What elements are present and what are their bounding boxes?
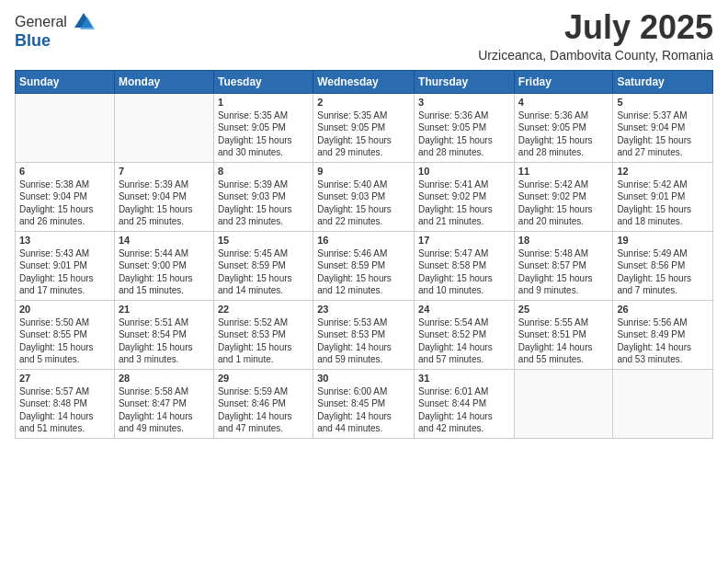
day-number: 9 [317, 166, 410, 177]
calendar-cell: 31Sunrise: 6:01 AM Sunset: 8:44 PM Dayli… [415, 369, 515, 438]
calendar-cell: 8Sunrise: 5:39 AM Sunset: 9:03 PM Daylig… [213, 162, 313, 231]
day-info: Sunrise: 5:40 AM Sunset: 9:03 PM Dayligh… [317, 178, 410, 228]
calendar-cell: 4Sunrise: 5:36 AM Sunset: 9:05 PM Daylig… [514, 93, 613, 162]
calendar-cell: 3Sunrise: 5:36 AM Sunset: 9:05 PM Daylig… [415, 93, 515, 162]
day-number: 6 [19, 166, 110, 177]
day-info: Sunrise: 5:37 AM Sunset: 9:04 PM Dayligh… [617, 109, 709, 159]
calendar-cell: 1Sunrise: 5:35 AM Sunset: 9:05 PM Daylig… [213, 93, 313, 162]
calendar-cell: 27Sunrise: 5:57 AM Sunset: 8:48 PM Dayli… [16, 369, 115, 438]
day-info: Sunrise: 5:49 AM Sunset: 8:56 PM Dayligh… [617, 247, 709, 297]
calendar-cell [514, 369, 613, 438]
day-number: 23 [317, 304, 410, 315]
weekday-header: Saturday [613, 70, 713, 93]
calendar-cell [613, 369, 713, 438]
day-info: Sunrise: 5:43 AM Sunset: 9:01 PM Dayligh… [19, 247, 110, 297]
day-number: 19 [617, 235, 709, 246]
calendar-cell: 22Sunrise: 5:52 AM Sunset: 8:53 PM Dayli… [213, 300, 313, 369]
weekday-header: Thursday [415, 70, 515, 93]
day-number: 21 [119, 304, 210, 315]
calendar-cell: 17Sunrise: 5:47 AM Sunset: 8:58 PM Dayli… [415, 231, 515, 300]
calendar-week-row: 13Sunrise: 5:43 AM Sunset: 9:01 PM Dayli… [16, 231, 713, 300]
day-number: 30 [317, 373, 410, 384]
day-info: Sunrise: 5:35 AM Sunset: 9:05 PM Dayligh… [218, 109, 309, 159]
day-number: 28 [119, 373, 210, 384]
calendar-cell: 11Sunrise: 5:42 AM Sunset: 9:02 PM Dayli… [514, 162, 613, 231]
day-number: 31 [418, 373, 510, 384]
calendar-cell: 2Sunrise: 5:35 AM Sunset: 9:05 PM Daylig… [313, 93, 415, 162]
logo-general-text: General [15, 14, 67, 30]
day-number: 14 [119, 235, 210, 246]
calendar-cell: 29Sunrise: 5:59 AM Sunset: 8:46 PM Dayli… [213, 369, 313, 438]
calendar-week-row: 20Sunrise: 5:50 AM Sunset: 8:55 PM Dayli… [16, 300, 713, 369]
day-number: 5 [617, 97, 709, 108]
day-number: 29 [218, 373, 309, 384]
day-info: Sunrise: 5:51 AM Sunset: 8:54 PM Dayligh… [119, 316, 210, 366]
day-info: Sunrise: 6:00 AM Sunset: 8:45 PM Dayligh… [317, 385, 410, 435]
calendar-cell: 30Sunrise: 6:00 AM Sunset: 8:45 PM Dayli… [313, 369, 415, 438]
day-number: 8 [218, 166, 309, 177]
day-number: 1 [218, 97, 309, 108]
calendar-cell: 26Sunrise: 5:56 AM Sunset: 8:49 PM Dayli… [613, 300, 713, 369]
day-number: 4 [518, 97, 609, 108]
calendar-cell: 24Sunrise: 5:54 AM Sunset: 8:52 PM Dayli… [415, 300, 515, 369]
day-number: 16 [317, 235, 410, 246]
day-number: 17 [418, 235, 510, 246]
calendar-cell: 13Sunrise: 5:43 AM Sunset: 9:01 PM Dayli… [16, 231, 115, 300]
day-info: Sunrise: 5:48 AM Sunset: 8:57 PM Dayligh… [518, 247, 609, 297]
weekday-header: Friday [514, 70, 613, 93]
day-info: Sunrise: 5:53 AM Sunset: 8:53 PM Dayligh… [317, 316, 410, 366]
day-info: Sunrise: 5:36 AM Sunset: 9:05 PM Dayligh… [518, 109, 609, 159]
day-number: 3 [418, 97, 510, 108]
calendar-cell: 23Sunrise: 5:53 AM Sunset: 8:53 PM Dayli… [313, 300, 415, 369]
calendar-cell: 20Sunrise: 5:50 AM Sunset: 8:55 PM Dayli… [16, 300, 115, 369]
location-title: Urziceanca, Dambovita County, Romania [478, 48, 713, 63]
calendar-cell: 15Sunrise: 5:45 AM Sunset: 8:59 PM Dayli… [213, 231, 313, 300]
calendar-week-row: 6Sunrise: 5:38 AM Sunset: 9:04 PM Daylig… [16, 162, 713, 231]
calendar-cell [16, 93, 115, 162]
calendar-cell: 19Sunrise: 5:49 AM Sunset: 8:56 PM Dayli… [613, 231, 713, 300]
day-info: Sunrise: 5:52 AM Sunset: 8:53 PM Dayligh… [218, 316, 309, 366]
weekday-header: Sunday [16, 70, 115, 93]
calendar-cell: 5Sunrise: 5:37 AM Sunset: 9:04 PM Daylig… [613, 93, 713, 162]
day-info: Sunrise: 5:56 AM Sunset: 8:49 PM Dayligh… [617, 316, 709, 366]
day-info: Sunrise: 6:01 AM Sunset: 8:44 PM Dayligh… [418, 385, 510, 435]
day-info: Sunrise: 5:41 AM Sunset: 9:02 PM Dayligh… [418, 178, 510, 228]
day-info: Sunrise: 5:39 AM Sunset: 9:03 PM Dayligh… [218, 178, 309, 228]
weekday-header: Tuesday [213, 70, 313, 93]
calendar-cell: 12Sunrise: 5:42 AM Sunset: 9:01 PM Dayli… [613, 162, 713, 231]
calendar-week-row: 27Sunrise: 5:57 AM Sunset: 8:48 PM Dayli… [16, 369, 713, 438]
day-number: 7 [119, 166, 210, 177]
logo-icon [71, 9, 97, 35]
day-info: Sunrise: 5:38 AM Sunset: 9:04 PM Dayligh… [19, 178, 110, 228]
day-number: 2 [317, 97, 410, 108]
day-number: 12 [617, 166, 709, 177]
day-info: Sunrise: 5:59 AM Sunset: 8:46 PM Dayligh… [218, 385, 309, 435]
day-info: Sunrise: 5:55 AM Sunset: 8:51 PM Dayligh… [518, 316, 609, 366]
day-number: 13 [19, 235, 110, 246]
title-block: July 2025 Urziceanca, Dambovita County, … [478, 9, 713, 63]
day-info: Sunrise: 5:45 AM Sunset: 8:59 PM Dayligh… [218, 247, 309, 297]
day-number: 11 [518, 166, 609, 177]
page: General Blue July 2025 Urziceanca, Dambo… [0, 0, 728, 563]
day-info: Sunrise: 5:42 AM Sunset: 9:01 PM Dayligh… [617, 178, 709, 228]
calendar-cell: 21Sunrise: 5:51 AM Sunset: 8:54 PM Dayli… [114, 300, 213, 369]
day-info: Sunrise: 5:35 AM Sunset: 9:05 PM Dayligh… [317, 109, 410, 159]
day-info: Sunrise: 5:54 AM Sunset: 8:52 PM Dayligh… [418, 316, 510, 366]
logo: General Blue [15, 9, 97, 51]
calendar-cell: 10Sunrise: 5:41 AM Sunset: 9:02 PM Dayli… [415, 162, 515, 231]
calendar-cell: 25Sunrise: 5:55 AM Sunset: 8:51 PM Dayli… [514, 300, 613, 369]
day-info: Sunrise: 5:42 AM Sunset: 9:02 PM Dayligh… [518, 178, 609, 228]
day-number: 18 [518, 235, 609, 246]
header: General Blue July 2025 Urziceanca, Dambo… [15, 9, 713, 63]
day-number: 10 [418, 166, 510, 177]
calendar-week-row: 1Sunrise: 5:35 AM Sunset: 9:05 PM Daylig… [16, 93, 713, 162]
weekday-header: Wednesday [313, 70, 415, 93]
calendar-cell: 6Sunrise: 5:38 AM Sunset: 9:04 PM Daylig… [16, 162, 115, 231]
day-number: 26 [617, 304, 709, 315]
day-info: Sunrise: 5:57 AM Sunset: 8:48 PM Dayligh… [19, 385, 110, 435]
day-info: Sunrise: 5:58 AM Sunset: 8:47 PM Dayligh… [119, 385, 210, 435]
day-number: 22 [218, 304, 309, 315]
day-info: Sunrise: 5:36 AM Sunset: 9:05 PM Dayligh… [418, 109, 510, 159]
day-number: 20 [19, 304, 110, 315]
weekday-header: Monday [114, 70, 213, 93]
